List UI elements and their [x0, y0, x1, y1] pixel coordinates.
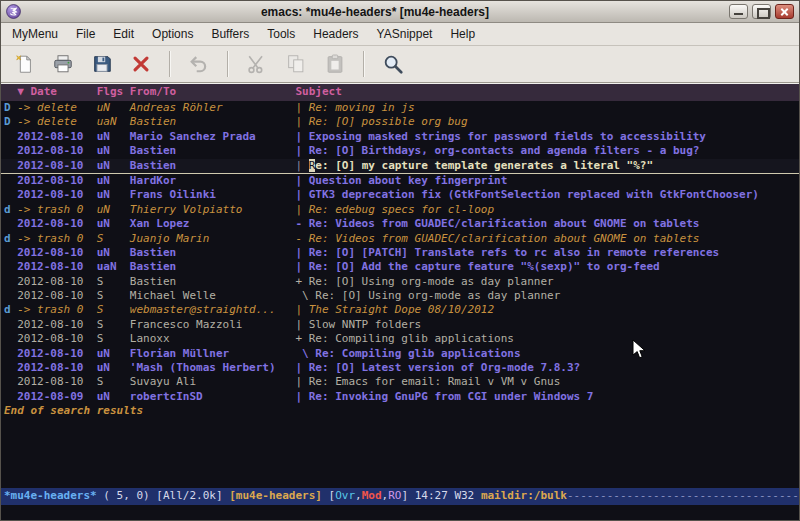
message-row[interactable]: 2012-08-09 uN robertcInSD | Re: Invoking… [1, 390, 799, 404]
menu-item-edit[interactable]: Edit [104, 24, 143, 44]
menu-item-options[interactable]: Options [143, 24, 202, 44]
end-of-results-text: End of search results [1, 404, 799, 418]
toolbar-separator [227, 51, 229, 77]
row-text: 2012-08-10 uN Bastien | Re: [O] [PATCH] … [17, 246, 719, 259]
row-text: 2012-08-10 S Francesco Mazzoli | Slow NN… [17, 318, 421, 331]
emacs-window: emacs: *mu4e-headers* [mu4e-headers] MyM… [0, 0, 800, 521]
row-text: 2012-08-10 S Suvayu Ali | Re: Emacs for … [17, 375, 560, 388]
message-row[interactable]: D -> delete uaN Bastien | Re: [O] possib… [1, 115, 799, 129]
message-row[interactable]: d -> trash 0 S webmaster@straightd... | … [1, 303, 799, 317]
titlebar[interactable]: emacs: *mu4e-headers* [mu4e-headers] [1, 1, 799, 23]
save-button[interactable] [86, 49, 118, 79]
mouse-cursor [632, 339, 646, 360]
message-row[interactable]: 2012-08-10 uN Bastien | Re: [O] [PATCH] … [1, 246, 799, 260]
mode-line: *mu4e-headers* ( 5, 0) [All/2.0k] [mu4e-… [1, 488, 799, 505]
close-buffer-button[interactable] [125, 49, 157, 79]
message-row[interactable]: 2012-08-10 uN Bastien | Re: [O] Birthday… [1, 144, 799, 158]
mark-char [4, 375, 17, 388]
mark-char [4, 246, 17, 259]
mark-char [4, 390, 17, 403]
window-title: emacs: *mu4e-headers* [mu4e-headers] [26, 5, 724, 19]
mark-char: d [4, 203, 17, 216]
menu-item-yasnippet[interactable]: YASnippet [368, 24, 442, 44]
row-text: -> trash 0 S Juanjo Marin - Re: Videos f… [17, 232, 699, 245]
print-button[interactable] [47, 49, 79, 79]
modeline-readonly-indicator: RO [388, 489, 401, 502]
message-row[interactable]: 2012-08-10 S Bastien + Re: [O] Using org… [1, 275, 799, 289]
row-text: 2012-08-10 S Bastien + Re: [O] Using org… [17, 275, 553, 288]
message-row[interactable]: 2012-08-10 S Lanoxx + Re: Compiling glib… [1, 332, 799, 346]
mark-char [4, 188, 17, 201]
message-row[interactable]: d -> trash 0 uN Thierry Volpiatto | Re: … [1, 203, 799, 217]
modeline-clock: 14:27 W32 [415, 489, 481, 502]
toolbar-separator [363, 51, 365, 77]
modeline-status-open-bracket: [ [322, 489, 335, 502]
menu-item-tools[interactable]: Tools [258, 24, 304, 44]
search-button[interactable] [377, 49, 409, 79]
message-row[interactable]: d -> trash 0 S Juanjo Marin - Re: Videos… [1, 232, 799, 246]
mark-char [4, 159, 17, 172]
menu-bar: MyMenuFileEditOptionsBuffersToolsHeaders… [1, 23, 799, 46]
row-text: 2012-08-10 uN Florian Müllner \ Re: Comp… [17, 347, 520, 360]
undo-button [183, 49, 215, 79]
close-window-button[interactable] [775, 4, 794, 19]
message-row[interactable]: 2012-08-10 uN Frans Oilinki | GTK3 depre… [1, 188, 799, 202]
cut-icon [246, 53, 268, 75]
new-file-button[interactable] [8, 49, 40, 79]
mark-char: D [4, 115, 17, 128]
modeline-maildir: maildir:/bulk [481, 489, 567, 502]
message-row[interactable]: 2012-08-10 S Michael Welle \ Re: [O] Usi… [1, 289, 799, 303]
mark-char: d [4, 232, 17, 245]
modeline-buffer-name: *mu4e-headers* [4, 489, 97, 502]
modeline-position-info: ( 5, 0) [All/2.0k] [97, 489, 229, 502]
message-list: D -> delete uN Andreas Röhler | Re: movi… [1, 101, 799, 404]
mark-char [4, 332, 17, 345]
row-text: -> trash 0 S webmaster@straightd... | Th… [17, 303, 494, 316]
message-row[interactable]: 2012-08-10 uN HardKor | Question about k… [1, 174, 799, 188]
row-text: 2012-08-10 uN Frans Oilinki | GTK3 depre… [17, 188, 759, 201]
mark-char: D [4, 101, 17, 114]
menu-item-headers[interactable]: Headers [304, 24, 367, 44]
mark-char [4, 130, 17, 143]
new-file-icon [13, 53, 35, 75]
row-text: 2012-08-10 uN 'Mash (Thomas Herbert) | R… [17, 361, 580, 374]
minimize-button[interactable] [729, 4, 748, 19]
mark-char [4, 361, 17, 374]
message-row[interactable]: 2012-08-10 uN 'Mash (Thomas Herbert) | R… [1, 361, 799, 375]
modeline-filler-dashes: -------------------------------------- [567, 489, 799, 502]
print-icon [52, 53, 74, 75]
menu-item-file[interactable]: File [67, 24, 104, 44]
close-buffer-icon [130, 53, 152, 75]
menu-item-help[interactable]: Help [441, 24, 484, 44]
message-row[interactable]: 2012-08-10 S Francesco Mazzoli | Slow NN… [1, 318, 799, 332]
modeline-overwrite-indicator: Ovr [335, 489, 355, 502]
maximize-button[interactable] [752, 4, 771, 19]
echo-area[interactable] [1, 505, 799, 520]
menu-item-mymenu[interactable]: MyMenu [3, 24, 67, 44]
message-row[interactable]: 2012-08-10 uN Mario Sanchez Prada | Expo… [1, 130, 799, 144]
headers-line: ▼ Date Flgs From/To Subject [1, 84, 799, 101]
message-row[interactable]: 2012-08-10 uaN Bastien | Re: [O] Add the… [1, 260, 799, 274]
mark-char [4, 275, 17, 288]
message-row[interactable]: D -> delete uN Andreas Röhler | Re: movi… [1, 101, 799, 115]
modeline-status-comma-1: , [355, 489, 362, 502]
toolbar [1, 46, 799, 83]
row-text: 2012-08-09 uN robertcInSD | Re: Invoking… [17, 390, 593, 403]
message-row[interactable]: 2012-08-10 S Suvayu Ali | Re: Emacs for … [1, 375, 799, 389]
paste-icon [324, 53, 346, 75]
mark-char [4, 217, 17, 230]
mark-char [4, 260, 17, 273]
row-text: 2012-08-10 uN HardKor | Question about k… [17, 174, 507, 187]
menu-item-buffers[interactable]: Buffers [202, 24, 258, 44]
row-text: 2012-08-10 S Michael Welle \ Re: [O] Usi… [17, 289, 560, 302]
message-row[interactable]: 2012-08-10 uN Florian Müllner \ Re: Comp… [1, 347, 799, 361]
message-row[interactable]: 2012-08-10 uN Xan Lopez - Re: Videos fro… [1, 217, 799, 231]
row-text: -> trash 0 uN Thierry Volpiatto | Re: ed… [17, 203, 494, 216]
row-text: -> delete uaN Bastien | Re: [O] possible… [17, 115, 467, 128]
modeline-modified-indicator: Mod [362, 489, 382, 502]
undo-icon [188, 53, 210, 75]
save-icon [91, 53, 113, 75]
message-row[interactable]: 2012-08-10 uN Bastien | Re: [O] my captu… [1, 159, 799, 174]
buffer-area[interactable]: ▼ Date Flgs From/To Subject D -> delete … [1, 83, 799, 488]
row-text: 2012-08-10 S Lanoxx + Re: Compiling glib… [17, 332, 514, 345]
